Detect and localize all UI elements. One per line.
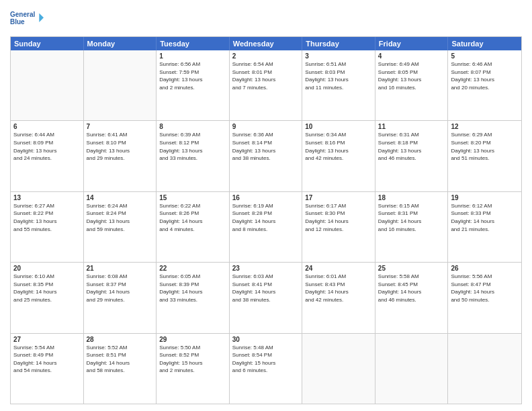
- day-number: 12: [451, 123, 519, 130]
- sun-info: Sunrise: 6:19 AMSunset: 8:28 PMDaylight:…: [232, 202, 300, 233]
- day-number: 25: [378, 265, 445, 272]
- sun-info: Sunrise: 6:51 AMSunset: 8:03 PMDaylight:…: [305, 60, 372, 91]
- day-number: 5: [451, 52, 519, 60]
- page: General Blue SundayMondayTuesdayWednesda…: [0, 0, 532, 411]
- calendar-cell: 20Sunrise: 6:10 AMSunset: 8:35 PMDayligh…: [11, 263, 84, 332]
- sun-info: Sunrise: 5:58 AMSunset: 8:45 PMDaylight:…: [378, 273, 445, 304]
- sun-info: Sunrise: 6:56 AMSunset: 7:59 PMDaylight:…: [159, 60, 226, 91]
- day-number: 30: [232, 336, 300, 343]
- day-number: 10: [305, 123, 372, 130]
- sun-info: Sunrise: 6:54 AMSunset: 8:01 PMDaylight:…: [232, 60, 300, 91]
- calendar-row: 1Sunrise: 6:56 AMSunset: 7:59 PMDaylight…: [11, 50, 521, 121]
- sun-info: Sunrise: 6:05 AMSunset: 8:39 PMDaylight:…: [159, 273, 226, 304]
- calendar-cell: 21Sunrise: 6:08 AMSunset: 8:37 PMDayligh…: [84, 263, 157, 332]
- sun-info: Sunrise: 6:24 AMSunset: 8:24 PMDaylight:…: [87, 202, 154, 233]
- day-number: 15: [159, 194, 226, 201]
- day-number: 2: [232, 52, 300, 60]
- sun-info: Sunrise: 6:39 AMSunset: 8:12 PMDaylight:…: [159, 131, 226, 162]
- calendar-cell: 1Sunrise: 6:56 AMSunset: 7:59 PMDaylight…: [157, 50, 230, 120]
- sun-info: Sunrise: 5:52 AMSunset: 8:51 PMDaylight:…: [87, 344, 154, 375]
- calendar-cell: [302, 334, 375, 404]
- calendar-cell: 29Sunrise: 5:50 AMSunset: 8:52 PMDayligh…: [157, 334, 230, 404]
- calendar-cell: 14Sunrise: 6:24 AMSunset: 8:24 PMDayligh…: [84, 192, 157, 262]
- calendar-cell: 3Sunrise: 6:51 AMSunset: 8:03 PMDaylight…: [302, 50, 375, 120]
- day-number: 18: [378, 194, 445, 201]
- sun-info: Sunrise: 6:27 AMSunset: 8:22 PMDaylight:…: [13, 202, 81, 233]
- sun-info: Sunrise: 6:31 AMSunset: 8:18 PMDaylight:…: [378, 131, 445, 162]
- calendar-cell: 10Sunrise: 6:34 AMSunset: 8:16 PMDayligh…: [302, 121, 375, 191]
- sun-info: Sunrise: 6:12 AMSunset: 8:33 PMDaylight:…: [451, 202, 519, 233]
- day-number: 27: [13, 336, 81, 343]
- sun-info: Sunrise: 6:36 AMSunset: 8:14 PMDaylight:…: [232, 131, 300, 162]
- calendar-cell: 30Sunrise: 5:48 AMSunset: 8:54 PMDayligh…: [230, 334, 303, 404]
- calendar-cell: 7Sunrise: 6:41 AMSunset: 8:10 PMDaylight…: [84, 121, 157, 191]
- calendar-cell: 27Sunrise: 5:54 AMSunset: 8:49 PMDayligh…: [11, 334, 84, 404]
- calendar-row: 13Sunrise: 6:27 AMSunset: 8:22 PMDayligh…: [11, 192, 521, 263]
- day-number: 13: [13, 194, 81, 201]
- calendar-cell: 15Sunrise: 6:22 AMSunset: 8:26 PMDayligh…: [157, 192, 230, 262]
- calendar-day-header: Saturday: [448, 37, 521, 50]
- sun-info: Sunrise: 6:44 AMSunset: 8:09 PMDaylight:…: [13, 131, 81, 162]
- calendar-cell: 22Sunrise: 6:05 AMSunset: 8:39 PMDayligh…: [157, 263, 230, 332]
- calendar-cell: 12Sunrise: 6:29 AMSunset: 8:20 PMDayligh…: [448, 121, 521, 191]
- sun-info: Sunrise: 6:08 AMSunset: 8:37 PMDaylight:…: [87, 273, 154, 304]
- sun-info: Sunrise: 6:29 AMSunset: 8:20 PMDaylight:…: [451, 131, 519, 162]
- sun-info: Sunrise: 6:03 AMSunset: 8:41 PMDaylight:…: [232, 273, 300, 304]
- calendar: SundayMondayTuesdayWednesdayThursdayFrid…: [10, 36, 522, 404]
- calendar-row: 27Sunrise: 5:54 AMSunset: 8:49 PMDayligh…: [11, 334, 521, 404]
- calendar-row: 6Sunrise: 6:44 AMSunset: 8:09 PMDaylight…: [11, 121, 521, 191]
- calendar-cell: 19Sunrise: 6:12 AMSunset: 8:33 PMDayligh…: [448, 192, 521, 262]
- calendar-day-header: Monday: [84, 37, 157, 50]
- calendar-day-header: Thursday: [302, 37, 375, 50]
- calendar-day-header: Tuesday: [157, 37, 230, 50]
- sun-info: Sunrise: 6:41 AMSunset: 8:10 PMDaylight:…: [87, 131, 154, 162]
- calendar-header: SundayMondayTuesdayWednesdayThursdayFrid…: [11, 37, 521, 50]
- day-number: 19: [451, 194, 519, 201]
- calendar-cell: 13Sunrise: 6:27 AMSunset: 8:22 PMDayligh…: [11, 192, 84, 262]
- sun-info: Sunrise: 6:46 AMSunset: 8:07 PMDaylight:…: [451, 60, 519, 91]
- day-number: 23: [232, 265, 300, 272]
- day-number: 28: [87, 336, 154, 343]
- day-number: 8: [159, 123, 226, 130]
- calendar-body: 1Sunrise: 6:56 AMSunset: 7:59 PMDaylight…: [11, 50, 521, 404]
- day-number: 16: [232, 194, 300, 201]
- sun-info: Sunrise: 5:54 AMSunset: 8:49 PMDaylight:…: [13, 344, 81, 375]
- day-number: 11: [378, 123, 445, 130]
- day-number: 26: [451, 265, 519, 272]
- day-number: 24: [305, 265, 372, 272]
- sun-info: Sunrise: 6:49 AMSunset: 8:05 PMDaylight:…: [378, 60, 445, 91]
- svg-text:Blue: Blue: [10, 18, 25, 26]
- calendar-cell: 9Sunrise: 6:36 AMSunset: 8:14 PMDaylight…: [230, 121, 303, 191]
- calendar-cell: 6Sunrise: 6:44 AMSunset: 8:09 PMDaylight…: [11, 121, 84, 191]
- calendar-cell: 26Sunrise: 5:56 AMSunset: 8:47 PMDayligh…: [448, 263, 521, 332]
- calendar-cell: 23Sunrise: 6:03 AMSunset: 8:41 PMDayligh…: [230, 263, 303, 332]
- sun-info: Sunrise: 6:10 AMSunset: 8:35 PMDaylight:…: [13, 273, 81, 304]
- logo-svg: General Blue: [10, 7, 44, 31]
- sun-info: Sunrise: 5:48 AMSunset: 8:54 PMDaylight:…: [232, 344, 300, 375]
- day-number: 20: [13, 265, 81, 272]
- calendar-cell: 17Sunrise: 6:17 AMSunset: 8:30 PMDayligh…: [302, 192, 375, 262]
- sun-info: Sunrise: 6:34 AMSunset: 8:16 PMDaylight:…: [305, 131, 372, 162]
- svg-text:General: General: [10, 11, 35, 18]
- calendar-cell: 4Sunrise: 6:49 AMSunset: 8:05 PMDaylight…: [375, 50, 449, 120]
- sun-info: Sunrise: 6:17 AMSunset: 8:30 PMDaylight:…: [305, 202, 372, 233]
- sun-info: Sunrise: 5:50 AMSunset: 8:52 PMDaylight:…: [159, 344, 226, 375]
- sun-info: Sunrise: 6:15 AMSunset: 8:31 PMDaylight:…: [378, 202, 445, 233]
- day-number: 4: [378, 52, 445, 60]
- calendar-cell: 2Sunrise: 6:54 AMSunset: 8:01 PMDaylight…: [230, 50, 303, 120]
- sun-info: Sunrise: 6:22 AMSunset: 8:26 PMDaylight:…: [159, 202, 226, 233]
- header: General Blue: [10, 7, 522, 31]
- sun-info: Sunrise: 5:56 AMSunset: 8:47 PMDaylight:…: [451, 273, 519, 304]
- calendar-day-header: Wednesday: [230, 37, 303, 50]
- calendar-day-header: Sunday: [11, 37, 84, 50]
- calendar-cell: 28Sunrise: 5:52 AMSunset: 8:51 PMDayligh…: [84, 334, 157, 404]
- calendar-cell: 16Sunrise: 6:19 AMSunset: 8:28 PMDayligh…: [230, 192, 303, 262]
- calendar-day-header: Friday: [375, 37, 449, 50]
- calendar-cell: 24Sunrise: 6:01 AMSunset: 8:43 PMDayligh…: [302, 263, 375, 332]
- calendar-cell: [448, 334, 521, 404]
- calendar-cell: 5Sunrise: 6:46 AMSunset: 8:07 PMDaylight…: [448, 50, 521, 120]
- logo: General Blue: [10, 7, 44, 31]
- calendar-cell: 18Sunrise: 6:15 AMSunset: 8:31 PMDayligh…: [375, 192, 449, 262]
- calendar-cell: [11, 50, 84, 120]
- day-number: 9: [232, 123, 300, 130]
